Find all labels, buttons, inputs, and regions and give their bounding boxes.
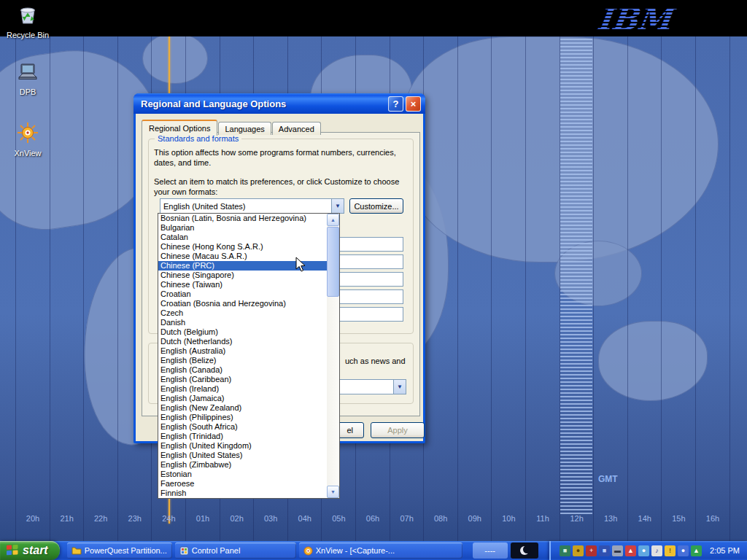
- taskbar-item-label: XnView - [<Capture-...: [316, 546, 395, 555]
- timezone-label: 11h: [528, 514, 557, 523]
- locale-option[interactable]: Chinese (Hong Kong S.A.R.): [158, 242, 327, 252]
- tray-icon-alert[interactable]: ▲: [625, 545, 636, 556]
- apply-button[interactable]: Apply: [371, 422, 425, 438]
- locale-option[interactable]: English (United States): [158, 451, 327, 460]
- locale-option[interactable]: English (South Africa): [158, 422, 327, 432]
- desktop-icon-label: Recycle Bin: [0, 31, 55, 39]
- task-buttons: PowerQuest Partition... Control Panel: [67, 542, 462, 559]
- taskbar-item-powerquest[interactable]: PowerQuest Partition...: [67, 542, 172, 559]
- desktop-icon-dpb[interactable]: DPB: [0, 60, 55, 96]
- locale-option[interactable]: English (Zimbabwe): [158, 460, 327, 470]
- scrollbar-thumb[interactable]: [327, 227, 339, 297]
- customize-button[interactable]: Customize...: [349, 198, 403, 214]
- locale-option[interactable]: Bosnian (Latin, Bosnia and Herzegovina): [158, 214, 327, 223]
- tray-icon-warning[interactable]: !: [665, 545, 676, 556]
- description-text-line2: dates, and time.: [154, 158, 211, 168]
- taskbar-clock[interactable]: 2:05 PM: [710, 546, 740, 555]
- locale-option[interactable]: Finnish: [158, 489, 327, 498]
- list-scrollbar[interactable]: ▲ ▼: [327, 214, 339, 498]
- taskbar-toolbar-button[interactable]: ----: [473, 542, 508, 559]
- locale-option[interactable]: Dutch (Belgium): [158, 327, 327, 337]
- locale-option[interactable]: English (Belize): [158, 356, 327, 365]
- locale-option[interactable]: English (New Zealand): [158, 403, 327, 413]
- locale-option[interactable]: Bulgarian: [158, 223, 327, 233]
- tab-languages[interactable]: Languages: [218, 122, 271, 135]
- locale-combobox[interactable]: English (United States) ▼: [160, 198, 344, 214]
- folder-icon: [71, 546, 82, 555]
- location-combobox-arrow-icon[interactable]: ▼: [393, 380, 406, 394]
- tray-icon-graphics[interactable]: ■: [560, 545, 570, 556]
- taskbar-dark-segment[interactable]: [511, 542, 538, 559]
- combobox-dropdown-arrow-icon[interactable]: ▼: [331, 199, 344, 213]
- scrollbar-up-button[interactable]: ▲: [327, 214, 339, 226]
- timezone-label: 04h: [290, 514, 320, 523]
- locale-option[interactable]: English (Australia): [158, 346, 327, 356]
- windows-flag-icon: [6, 544, 19, 557]
- taskbar-item-label: PowerQuest Partition...: [85, 546, 167, 555]
- desktop-icon-recycle-bin[interactable]: Recycle Bin: [0, 3, 55, 39]
- timezone-labels: 20h21h22h23h24h01h02h03h04h05h06h07h08h0…: [0, 514, 747, 526]
- locale-option[interactable]: English (United Kingdom): [158, 441, 327, 451]
- desktop-icon-label: XnView: [0, 149, 55, 158]
- timezone-label: 22h: [86, 514, 115, 523]
- timezone-label: 16h: [698, 514, 727, 523]
- tray-icon-volume[interactable]: ♪: [651, 545, 662, 556]
- locale-option[interactable]: Catalan: [158, 233, 327, 242]
- taskbar: start PowerQuest Partition... Control Pa…: [0, 541, 747, 560]
- locale-option[interactable]: English (Trinidad): [158, 432, 327, 441]
- locale-option[interactable]: Faeroese: [158, 479, 327, 489]
- taskbar-item-label: Control Panel: [192, 546, 241, 555]
- tray-icon-keyboard[interactable]: ▬: [612, 545, 623, 556]
- instruction-text-line2: your own formats:: [154, 187, 217, 197]
- timezone-label: 09h: [460, 514, 489, 523]
- start-button-label: start: [23, 544, 48, 557]
- locale-option[interactable]: Estonian: [158, 470, 327, 479]
- timezone-label: 12h: [562, 514, 592, 523]
- help-button[interactable]: ?: [388, 96, 403, 112]
- locale-option[interactable]: English (Caribbean): [158, 375, 327, 384]
- tray-icon-update[interactable]: ▲: [691, 545, 702, 556]
- ibm-logo-stripes: [597, 1, 685, 35]
- timezone-label: 15h: [664, 514, 693, 523]
- gmt-label: GMT: [598, 474, 618, 484]
- taskbar-item-control-panel[interactable]: Control Panel: [175, 542, 296, 559]
- desktop: GMT 20h21h22h23h24h01h02h03h04h05h06h07h…: [0, 0, 747, 560]
- tray-icon-network[interactable]: ●: [638, 545, 649, 556]
- instruction-text-line1: Select an item to match its preferences,…: [154, 176, 399, 187]
- locale-option[interactable]: Croatian: [158, 289, 327, 299]
- close-button[interactable]: ×: [406, 96, 421, 112]
- scrollbar-down-button[interactable]: ▼: [327, 486, 339, 498]
- crescent-icon: [520, 546, 529, 555]
- timezone-label: 03h: [256, 514, 285, 523]
- xnview-icon: [16, 121, 39, 144]
- timezone-label: 10h: [494, 514, 523, 523]
- locale-option[interactable]: Dutch (Netherlands): [158, 337, 327, 346]
- tray-icon-messenger[interactable]: ●: [678, 545, 689, 556]
- desktop-icon-xnview[interactable]: XnView: [0, 121, 55, 158]
- locale-option[interactable]: Czech: [158, 308, 327, 318]
- locale-option[interactable]: English (Canada): [158, 365, 327, 375]
- locale-option[interactable]: English (Ireland): [158, 384, 327, 394]
- tray-icon-display[interactable]: ■: [599, 545, 610, 556]
- start-button[interactable]: start: [0, 541, 60, 560]
- tray-icons: ■●+■▬▲●♪!●▲: [560, 545, 702, 556]
- laptop-icon: [16, 60, 39, 83]
- dialog-titlebar[interactable]: Regional and Language Options ? ×: [133, 93, 425, 114]
- locale-option[interactable]: English (Jamaica): [158, 394, 327, 403]
- locale-option[interactable]: Chinese (Taiwan): [158, 280, 327, 289]
- locale-option[interactable]: Danish: [158, 318, 327, 327]
- locale-dropdown-list: Bosnian (Latin, Bosnia and Herzegovina)B…: [158, 213, 340, 499]
- tray-icon-antivirus[interactable]: +: [586, 545, 597, 556]
- tab-regional-options[interactable]: Regional Options: [142, 120, 217, 136]
- timezone-label: 14h: [630, 514, 659, 523]
- xnview-icon: [303, 546, 313, 556]
- taskbar-item-xnview[interactable]: XnView - [<Capture-...: [299, 542, 462, 559]
- tray-icon-scheduler[interactable]: ●: [573, 545, 584, 556]
- control-panel-icon: [179, 546, 189, 556]
- tab-strip: Regional Options Languages Advanced: [142, 119, 322, 135]
- tab-advanced[interactable]: Advanced: [272, 122, 321, 135]
- locale-option[interactable]: Croatian (Bosnia and Herzegovina): [158, 299, 327, 308]
- dialog-title: Regional and Language Options: [141, 98, 386, 109]
- timezone-label: 13h: [596, 514, 625, 523]
- locale-option[interactable]: English (Philippines): [158, 413, 327, 422]
